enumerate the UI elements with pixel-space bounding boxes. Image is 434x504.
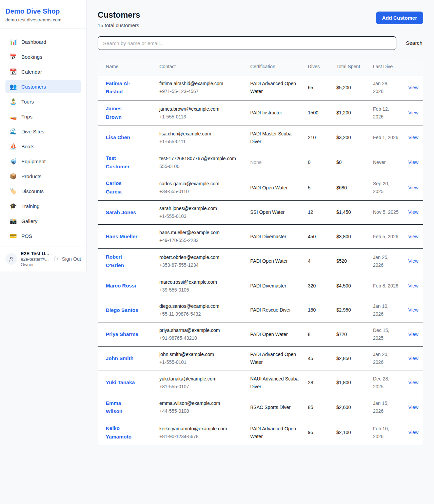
last-dive: Feb 5, 2026 bbox=[369, 225, 404, 249]
sidebar-item-label: Bookings bbox=[21, 54, 42, 60]
customer-email: carlos.garcia@example.com bbox=[159, 180, 242, 188]
view-link[interactable]: View bbox=[408, 405, 418, 410]
view-link[interactable]: View bbox=[408, 85, 418, 90]
certification: PADI Instructor bbox=[246, 100, 304, 126]
customer-email: yuki.tanaka@example.com bbox=[159, 375, 242, 383]
table-row: Hans Muellerhans.mueller@example.com+49-… bbox=[98, 225, 423, 249]
last-dive: Dec 15, 2025 bbox=[369, 322, 404, 347]
total-spent: $2,950 bbox=[332, 298, 369, 322]
sidebar-item-dive-sites[interactable]: 🌊Dive Sites bbox=[5, 125, 81, 138]
view-link[interactable]: View bbox=[408, 380, 418, 385]
customer-name-link[interactable]: Fatima Al-Rashid bbox=[106, 79, 138, 96]
search-input[interactable] bbox=[98, 36, 396, 50]
customer-email: priya.sharma@example.com bbox=[159, 326, 242, 334]
brand: Demo Dive Shop demo.test.divestreams.com bbox=[0, 0, 86, 29]
column-header-actions bbox=[404, 59, 423, 75]
view-link[interactable]: View bbox=[408, 110, 418, 115]
certification: PADI Open Water bbox=[246, 322, 304, 347]
customer-name-link[interactable]: Marco Rossi bbox=[106, 282, 136, 290]
customer-name-link[interactable]: Sarah Jones bbox=[106, 208, 136, 217]
sidebar-item-gallery[interactable]: 📸Gallery bbox=[5, 214, 81, 228]
tours-icon: 🏝️ bbox=[9, 98, 17, 105]
certification: PADI Divemaster bbox=[246, 274, 304, 298]
customer-name-link[interactable]: Carlos Garcia bbox=[106, 179, 138, 196]
dives-count: 95 bbox=[304, 420, 332, 445]
user-name: E2E Test U... bbox=[21, 251, 50, 256]
sidebar-item-calendar[interactable]: 📆Calendar bbox=[5, 65, 81, 78]
sidebar-item-discounts[interactable]: 🏷️Discounts bbox=[5, 184, 81, 198]
view-link[interactable]: View bbox=[408, 430, 418, 435]
view-link[interactable]: View bbox=[408, 258, 418, 264]
view-link[interactable]: View bbox=[408, 209, 418, 215]
total-spent: $2,100 bbox=[332, 420, 369, 445]
customer-name-link[interactable]: Test Customer bbox=[106, 154, 138, 171]
sidebar-item-products[interactable]: 📦Products bbox=[5, 169, 81, 183]
table-row: Sarah Jonessarah.jones@example.com+1-555… bbox=[98, 200, 423, 224]
equipment-icon: 🤿 bbox=[9, 158, 17, 165]
customer-name-link[interactable]: Hans Mueller bbox=[106, 232, 137, 241]
customer-phone: +1-555-0113 bbox=[159, 113, 242, 121]
customer-email: test-1772681807767@example.com bbox=[159, 155, 242, 163]
view-link[interactable]: View bbox=[408, 234, 418, 239]
user-email: e2e-tester@... bbox=[21, 257, 50, 262]
sidebar-item-label: Customers bbox=[21, 84, 46, 90]
view-link[interactable]: View bbox=[408, 185, 418, 190]
table-row: Robert O'Brienrobert.obrien@example.com+… bbox=[98, 249, 423, 274]
sidebar-item-dashboard[interactable]: 📊Dashboard bbox=[5, 35, 81, 49]
view-link[interactable]: View bbox=[408, 283, 418, 288]
dives-count: 1500 bbox=[304, 100, 332, 126]
customer-email: james.brown@example.com bbox=[159, 105, 242, 113]
sidebar-item-pos[interactable]: 💳POS bbox=[5, 229, 81, 243]
add-customer-button[interactable]: Add Customer bbox=[376, 12, 423, 24]
sidebar-item-training[interactable]: 🎓Training bbox=[5, 199, 81, 213]
sidebar-item-label: Training bbox=[21, 203, 40, 209]
sidebar-item-label: Tours bbox=[21, 99, 34, 105]
customer-name-link[interactable]: Emma Wilson bbox=[106, 399, 138, 416]
customer-name-link[interactable]: James Brown bbox=[106, 105, 138, 122]
sidebar-nav: 📊Dashboard📅Bookings📆Calendar👥Customers🏝️… bbox=[0, 29, 86, 246]
customer-name-link[interactable]: Lisa Chen bbox=[106, 133, 130, 142]
view-link[interactable]: View bbox=[408, 307, 418, 313]
view-link[interactable]: View bbox=[408, 356, 418, 361]
sidebar-item-label: Gallery bbox=[21, 218, 38, 224]
view-link[interactable]: View bbox=[408, 332, 418, 337]
column-header-total-spent: Total Spent bbox=[332, 59, 369, 75]
sidebar-item-customers[interactable]: 👥Customers bbox=[5, 80, 81, 93]
sidebar-item-label: Dashboard bbox=[21, 39, 46, 45]
customer-phone: +971-55-123-4567 bbox=[159, 88, 242, 95]
sidebar-item-boats[interactable]: ⛵Boats bbox=[5, 139, 81, 153]
customer-name-link[interactable]: Yuki Tanaka bbox=[106, 378, 135, 387]
customer-phone: +1-555-0103 bbox=[159, 212, 242, 220]
customer-email: emma.wilson@example.com bbox=[159, 399, 242, 407]
column-header-certification: Certification bbox=[246, 59, 304, 75]
customer-name-link[interactable]: Keiko Yamamoto bbox=[106, 424, 138, 441]
customer-name-link[interactable]: John Smith bbox=[106, 354, 134, 363]
total-spent: $5,200 bbox=[332, 75, 369, 100]
customer-name-link[interactable]: Diego Santos bbox=[106, 306, 138, 315]
sidebar-item-tours[interactable]: 🏝️Tours bbox=[5, 95, 81, 108]
customer-name-link[interactable]: Priya Sharma bbox=[106, 330, 138, 339]
total-spent: $2,850 bbox=[332, 347, 369, 371]
search-button[interactable]: Search bbox=[405, 39, 423, 48]
view-link[interactable]: View bbox=[408, 135, 418, 140]
column-header-contact: Contact bbox=[155, 59, 246, 75]
total-spent: $0 bbox=[332, 150, 369, 175]
sidebar-item-label: Products bbox=[21, 173, 41, 179]
total-spent: $1,800 bbox=[332, 371, 369, 395]
customer-email: fatima.alrashid@example.com bbox=[159, 80, 242, 88]
sign-out-button[interactable]: Sign Out bbox=[54, 256, 81, 262]
sidebar-item-equipment[interactable]: 🤿Equipment bbox=[5, 154, 81, 168]
sidebar-item-bookings[interactable]: 📅Bookings bbox=[5, 50, 81, 63]
sidebar-item-trips[interactable]: 🚤Trips bbox=[5, 110, 81, 123]
last-dive: Jan 28, 2026 bbox=[369, 75, 404, 100]
customers-icon: 👥 bbox=[9, 83, 17, 90]
total-spent: $720 bbox=[332, 322, 369, 347]
view-link[interactable]: View bbox=[408, 160, 418, 165]
table-row: Yuki Tanakayuki.tanaka@example.com+81-55… bbox=[98, 371, 423, 395]
customer-phone: +39-555-0105 bbox=[159, 286, 242, 294]
customer-name-link[interactable]: Robert O'Brien bbox=[106, 253, 138, 270]
table-header-row: NameContactCertificationDivesTotal Spent… bbox=[98, 59, 423, 75]
last-dive: Feb 10, 2026 bbox=[369, 420, 404, 445]
dashboard-icon: 📊 bbox=[9, 38, 17, 45]
table-row: Marco Rossimarco.rossi@example.com+39-55… bbox=[98, 274, 423, 298]
